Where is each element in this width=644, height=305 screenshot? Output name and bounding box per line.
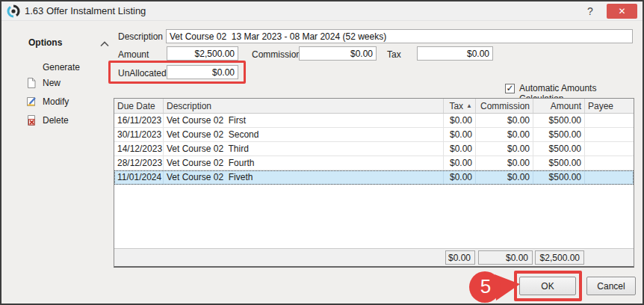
column-header-due-date[interactable]: Due Date — [114, 99, 164, 113]
cell-due-date: 14/12/2023 — [114, 142, 164, 156]
column-header-label: Tax — [449, 101, 463, 111]
cancel-button[interactable]: Cancel — [586, 277, 636, 295]
cell-commission: $0.00 — [476, 170, 533, 185]
cell-tax: $0.00 — [444, 128, 476, 142]
cell-description: Vet Course 02 Fiveth — [164, 170, 444, 185]
ok-button[interactable]: OK — [519, 277, 576, 295]
cell-commission: $0.00 — [476, 128, 533, 142]
cell-amount: $500.00 — [533, 156, 585, 170]
options-panel-header[interactable]: Options — [28, 37, 62, 48]
column-header-description[interactable]: Description — [164, 99, 444, 113]
cell-due-date: 11/01/2024 — [114, 170, 164, 185]
cell-due-date: 30/11/2023 — [114, 128, 164, 142]
step-number: 5 — [475, 275, 496, 298]
column-header-amount[interactable]: Amount — [533, 99, 585, 113]
commission-total: $0.00 — [478, 250, 533, 265]
cell-payee — [585, 114, 634, 128]
dialog-body: Options Generate New — [1, 21, 643, 304]
new-document-icon — [25, 77, 38, 89]
cell-payee — [585, 170, 634, 185]
column-header-tax[interactable]: Tax ▲ — [444, 99, 476, 113]
column-header-label: Description — [167, 101, 211, 111]
table-header-row: Due Date Description Tax ▲ Commission Am… — [114, 99, 634, 114]
sidebar-item-delete[interactable]: Delete — [25, 114, 69, 127]
sidebar-item-label: Modify — [43, 96, 69, 107]
cell-commission: $0.00 — [476, 114, 533, 128]
sidebar-item-modify[interactable]: Modify — [25, 95, 69, 108]
sort-ascending-icon: ▲ — [466, 102, 472, 109]
chevron-up-icon[interactable] — [100, 41, 109, 47]
sidebar-item-label: Generate — [43, 62, 80, 73]
column-header-label: Amount — [551, 101, 581, 111]
app-logo-icon — [7, 4, 20, 18]
sidebar-item-label: New — [43, 78, 61, 88]
unallocated-field[interactable]: $0.00 — [167, 65, 238, 79]
amount-field[interactable]: $2,500.00 — [167, 46, 238, 61]
table-row[interactable]: 14/12/2023Vet Course 02 Third$0.00$0.00$… — [114, 142, 634, 156]
title-bar: 1.63 Offer Instalment Listing ? ✕ — [1, 1, 643, 21]
table-row[interactable]: 28/12/2023Vet Course 02 Fourth$0.00$0.00… — [114, 156, 634, 170]
tax-field[interactable]: $0.00 — [417, 46, 493, 61]
cell-description: Vet Course 02 Third — [164, 142, 444, 156]
instalment-table: Due Date Description Tax ▲ Commission Am… — [114, 98, 634, 268]
cell-commission: $0.00 — [476, 142, 533, 156]
auto-calc-checkbox[interactable]: ✓ — [505, 84, 515, 93]
sidebar-item-new[interactable]: New — [25, 76, 61, 90]
tax-label: Tax — [387, 49, 401, 61]
cell-tax: $0.00 — [444, 142, 476, 156]
tax-total: $0.00 — [445, 250, 475, 265]
unallocated-label: UnAllocated — [118, 67, 167, 79]
table-row[interactable]: 16/11/2023Vet Course 02 First$0.00$0.00$… — [114, 114, 634, 128]
amount-total: $2,500.00 — [535, 250, 584, 265]
cell-description: Vet Course 02 Second — [164, 128, 444, 142]
cell-description: Vet Course 02 Fourth — [164, 156, 444, 170]
cell-tax: $0.00 — [444, 114, 476, 128]
cell-due-date: 28/12/2023 — [114, 156, 164, 170]
cell-tax: $0.00 — [444, 170, 476, 185]
dialog-window: 1.63 Offer Instalment Listing ? ✕ Option… — [0, 0, 644, 305]
blank-icon-slot — [25, 61, 38, 73]
step-pointer-icon — [468, 269, 523, 305]
cell-tax: $0.00 — [444, 156, 476, 170]
checkmark-icon: ✓ — [506, 83, 513, 93]
delete-x-icon — [25, 114, 38, 126]
description-field[interactable]: Vet Course 02 13 Mar 2023 - 08 Mar 2024 … — [166, 29, 633, 43]
modify-pencil-icon — [25, 96, 38, 108]
totals-row: $0.00 $0.00 $2,500.00 — [114, 248, 634, 266]
column-header-commission[interactable]: Commission — [476, 99, 533, 113]
cell-due-date: 16/11/2023 — [114, 114, 164, 128]
help-button[interactable]: ? — [581, 4, 599, 19]
cell-payee — [585, 142, 634, 156]
close-button[interactable]: ✕ — [607, 4, 637, 19]
cell-payee — [585, 128, 634, 142]
window-title: 1.63 Offer Instalment Listing — [25, 5, 146, 16]
cell-amount: $500.00 — [533, 114, 585, 128]
close-icon: ✕ — [618, 6, 625, 16]
cell-amount: $500.00 — [533, 142, 585, 156]
table-row[interactable]: 30/11/2023Vet Course 02 Second$0.00$0.00… — [114, 128, 634, 142]
cell-description: Vet Course 02 First — [164, 114, 444, 128]
table-row[interactable]: 11/01/2024Vet Course 02 Fiveth$0.00$0.00… — [114, 170, 634, 185]
sidebar-item-label: Delete — [43, 115, 69, 126]
commission-field[interactable]: $0.00 — [299, 46, 377, 61]
commission-label: Commission — [252, 49, 301, 61]
cell-commission: $0.00 — [476, 156, 533, 170]
column-header-payee[interactable]: Payee — [585, 99, 634, 113]
cell-payee — [585, 156, 634, 170]
cell-amount: $500.00 — [533, 170, 585, 185]
cell-amount: $500.00 — [533, 128, 585, 142]
column-header-label: Payee — [588, 101, 613, 111]
column-header-label: Due Date — [117, 101, 155, 111]
description-label: Description — [118, 31, 163, 43]
sidebar-item-generate[interactable]: Generate — [25, 61, 80, 74]
amount-label: Amount — [118, 49, 149, 61]
table-body: 16/11/2023Vet Course 02 First$0.00$0.00$… — [114, 114, 634, 248]
column-header-label: Commission — [480, 101, 530, 111]
